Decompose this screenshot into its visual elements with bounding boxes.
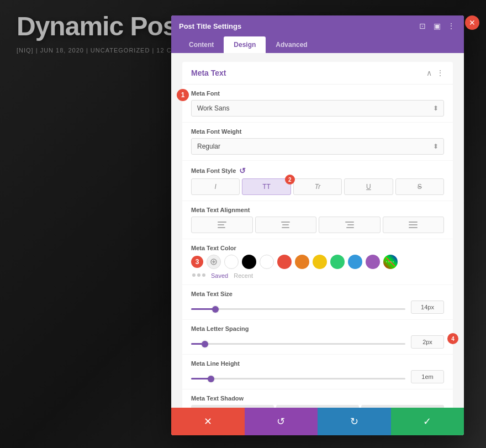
letter-spacing-slider[interactable] xyxy=(191,343,405,345)
color-blue-swatch[interactable] xyxy=(348,255,362,269)
meta-text-shadow-field: Meta Text Shadow ⊘ aA aA aA aA xyxy=(182,389,453,408)
fullscreen-icon[interactable]: ⊡ xyxy=(418,21,427,31)
modal-close-outside-button[interactable]: ✕ xyxy=(465,15,479,30)
meta-text-size-label: Meta Text Size xyxy=(191,291,444,297)
style-btn-bold[interactable]: TT 2 xyxy=(242,178,290,195)
line-height-value[interactable]: 1em xyxy=(411,370,444,383)
color-white2-swatch[interactable] xyxy=(260,255,274,269)
svg-rect-1 xyxy=(218,224,224,225)
color-picker-icon[interactable] xyxy=(383,255,398,269)
color-tab-row: Saved Recent xyxy=(191,272,444,279)
reset-button[interactable]: ↺ xyxy=(245,408,318,435)
font-style-buttons: I TT 2 Tr U S xyxy=(191,178,444,195)
dot3 xyxy=(202,273,205,277)
meta-font-field: 1 Meta Font Work Sans Arial Georgia Open… xyxy=(182,85,453,123)
align-right-btn[interactable] xyxy=(319,217,381,233)
dot2 xyxy=(197,273,200,277)
tab-design[interactable]: Design xyxy=(224,36,266,53)
meta-font-select[interactable]: Work Sans Arial Georgia Open Sans xyxy=(191,100,444,117)
letter-spacing-slider-wrapper xyxy=(191,337,405,347)
line-height-slider[interactable] xyxy=(191,378,405,380)
text-size-slider-row: 14px xyxy=(191,301,444,314)
meta-font-label: Meta Font xyxy=(191,90,444,97)
meta-text-alignment-label: Meta Text Alignment xyxy=(191,207,444,213)
svg-rect-3 xyxy=(281,222,290,223)
meta-text-section: Meta Text ∧ ⋮ 1 Meta Font Work Sans Aria… xyxy=(182,62,453,408)
tab-content[interactable]: Content xyxy=(179,36,224,53)
meta-font-style-label: Meta Font Style ↺ xyxy=(191,166,444,175)
section-title: Meta Text xyxy=(191,68,226,77)
color-white-swatch[interactable] xyxy=(224,255,239,269)
text-size-slider[interactable] xyxy=(191,308,405,310)
color-row: 3 xyxy=(191,255,444,269)
meta-font-weight-field: Meta Font Weight Regular Bold Light Medi… xyxy=(182,123,453,161)
cancel-button[interactable]: ✕ xyxy=(171,408,245,435)
color-orange-swatch[interactable] xyxy=(295,255,309,269)
align-center-btn[interactable] xyxy=(255,217,317,233)
style-btn-italic[interactable]: I xyxy=(191,178,240,195)
svg-rect-0 xyxy=(218,222,226,223)
svg-rect-7 xyxy=(347,224,354,225)
section-more-icon[interactable]: ⋮ xyxy=(436,68,444,77)
line-height-slider-wrapper xyxy=(191,372,405,382)
color-red-swatch[interactable] xyxy=(277,255,292,269)
align-justify-btn[interactable] xyxy=(383,217,445,233)
meta-text-alignment-field: Meta Text Alignment xyxy=(182,201,453,239)
meta-text-color-label: Meta Text Color xyxy=(191,245,444,251)
tab-advanced[interactable]: Advanced xyxy=(266,36,317,53)
more-options-icon[interactable]: ⋮ xyxy=(446,21,456,31)
style-btn-oblique[interactable]: Tr xyxy=(293,178,342,195)
svg-rect-9 xyxy=(409,222,418,223)
meta-text-color-field: Meta Text Color 3 xyxy=(182,239,453,285)
text-size-value[interactable]: 14px xyxy=(411,301,444,314)
modal-header-icons: ⊡ ▣ ⋮ xyxy=(418,21,456,31)
alignment-buttons xyxy=(191,217,444,233)
color-purple-swatch[interactable] xyxy=(366,255,380,269)
meta-font-style-field: Meta Font Style ↺ I TT 2 Tr U S xyxy=(182,161,453,201)
meta-line-height-field: Meta Line Height 1em xyxy=(182,355,453,389)
meta-font-weight-label: Meta Font Weight xyxy=(191,128,444,135)
svg-rect-11 xyxy=(409,227,418,228)
letter-spacing-slider-row: 2px 4 xyxy=(191,335,444,349)
modal-tabs: Content Design Advanced xyxy=(171,36,464,53)
section-header: Meta Text ∧ ⋮ xyxy=(182,62,453,85)
modal-panel: Post Title Settings ⊡ ▣ ⋮ Content Design… xyxy=(171,15,464,435)
align-left-btn[interactable] xyxy=(191,217,253,233)
svg-rect-2 xyxy=(218,227,225,228)
redo-button[interactable]: ↻ xyxy=(318,408,391,435)
modal-footer: ✕ ↺ ↻ ✓ xyxy=(171,408,464,435)
style-btn-underline[interactable]: U xyxy=(344,178,393,195)
badge-4: 4 xyxy=(447,333,458,344)
section-header-icons: ∧ ⋮ xyxy=(426,68,444,77)
style-btn-strikethrough[interactable]: S xyxy=(395,178,444,195)
letter-spacing-value[interactable]: 2px xyxy=(411,335,444,349)
dot1 xyxy=(192,273,196,277)
badge-1: 1 xyxy=(177,89,189,101)
eyedropper-btn[interactable] xyxy=(207,255,221,269)
saved-tab[interactable]: Saved xyxy=(211,272,228,279)
split-icon[interactable]: ▣ xyxy=(432,21,442,31)
line-height-slider-row: 1em xyxy=(191,370,444,383)
collapse-icon[interactable]: ∧ xyxy=(426,68,432,77)
font-style-reset-icon[interactable]: ↺ xyxy=(239,166,246,175)
badge-2: 2 xyxy=(285,175,295,185)
svg-rect-8 xyxy=(346,227,354,228)
modal-body: Meta Text ∧ ⋮ 1 Meta Font Work Sans Aria… xyxy=(171,53,464,408)
color-green-swatch[interactable] xyxy=(330,255,345,269)
meta-text-size-field: Meta Text Size 14px xyxy=(182,285,453,320)
svg-rect-6 xyxy=(345,222,354,223)
color-black-swatch[interactable] xyxy=(242,255,256,269)
meta-font-weight-select[interactable]: Regular Bold Light Medium xyxy=(191,138,444,155)
meta-letter-spacing-label: Meta Letter Spacing xyxy=(191,325,444,332)
text-size-slider-wrapper xyxy=(191,302,405,312)
recent-tab[interactable]: Recent xyxy=(234,272,253,279)
meta-line-height-label: Meta Line Height xyxy=(191,360,444,367)
badge-3: 3 xyxy=(191,256,203,268)
color-dots xyxy=(192,273,205,279)
save-button[interactable]: ✓ xyxy=(391,408,464,435)
color-yellow-swatch[interactable] xyxy=(313,255,327,269)
modal-header: Post Title Settings ⊡ ▣ ⋮ xyxy=(171,15,464,36)
meta-font-select-wrapper: Work Sans Arial Georgia Open Sans ⬍ xyxy=(191,100,444,117)
svg-rect-4 xyxy=(282,224,289,225)
meta-letter-spacing-field: Meta Letter Spacing 2px 4 xyxy=(182,320,453,355)
